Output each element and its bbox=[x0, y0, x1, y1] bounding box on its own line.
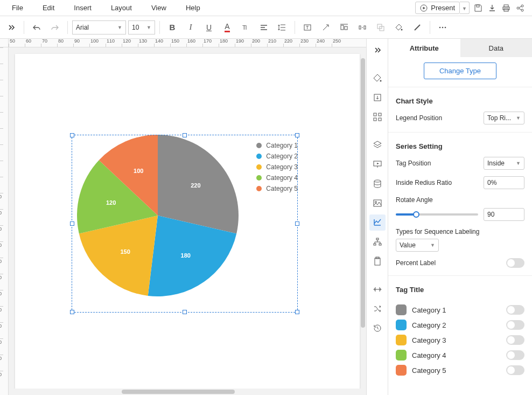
tab-attribute-label: Attribute bbox=[410, 44, 439, 52]
tag-toggle[interactable] bbox=[506, 305, 524, 315]
section-tag-title: Tag Title bbox=[396, 283, 524, 294]
layers-icon[interactable] bbox=[369, 137, 386, 153]
svg-point-20 bbox=[442, 26, 444, 28]
tag-toggle[interactable] bbox=[506, 365, 524, 375]
undo-button[interactable] bbox=[29, 19, 45, 36]
tree-icon[interactable] bbox=[369, 234, 386, 250]
resize-handle[interactable] bbox=[70, 133, 74, 137]
redo-button[interactable] bbox=[47, 19, 63, 36]
page[interactable]: 220180150120100 Category 1Category 2Cate… bbox=[15, 54, 360, 395]
bold-button[interactable]: B bbox=[164, 19, 180, 36]
tag-toggle[interactable] bbox=[506, 350, 524, 360]
tab-data[interactable]: Data bbox=[460, 39, 533, 57]
rotate-angle-input[interactable]: 90 bbox=[484, 208, 524, 221]
svg-point-6 bbox=[517, 7, 519, 9]
resize-handle[interactable] bbox=[183, 310, 187, 314]
font-color-button[interactable]: A bbox=[219, 19, 235, 36]
tag-position-select[interactable]: Inside▼ bbox=[484, 157, 524, 170]
legend-position-select[interactable]: Top Ri...▼ bbox=[484, 112, 524, 124]
svg-rect-34 bbox=[374, 244, 376, 245]
inside-radius-input[interactable]: 0% bbox=[484, 176, 524, 189]
svg-rect-2 bbox=[477, 5, 479, 7]
tag-swatch-icon[interactable] bbox=[396, 320, 407, 330]
tag-toggle[interactable] bbox=[506, 335, 524, 345]
shuffle-icon[interactable] bbox=[369, 301, 386, 317]
selection-box[interactable] bbox=[72, 135, 298, 313]
measure-icon[interactable] bbox=[369, 281, 386, 297]
rotate-angle-value: 90 bbox=[487, 211, 494, 218]
font-select[interactable]: Arial▼ bbox=[72, 20, 126, 34]
present-button[interactable]: Present bbox=[415, 2, 460, 14]
menu-layout[interactable]: Layout bbox=[101, 1, 142, 15]
menu-file[interactable]: File bbox=[2, 1, 33, 15]
resize-handle[interactable] bbox=[70, 310, 74, 314]
print-icon[interactable] bbox=[501, 3, 512, 13]
export-tool-icon[interactable] bbox=[369, 89, 386, 106]
text-case-button[interactable]: T bbox=[237, 19, 254, 36]
textbox-button[interactable]: T bbox=[299, 19, 316, 36]
tag-position-label: Tag Position bbox=[396, 160, 431, 167]
menu-view[interactable]: View bbox=[142, 1, 176, 15]
underline-button[interactable]: U bbox=[201, 19, 217, 36]
more-button[interactable] bbox=[435, 19, 451, 36]
connector-button[interactable] bbox=[318, 19, 334, 36]
svg-rect-26 bbox=[374, 118, 376, 121]
database-icon[interactable] bbox=[369, 176, 386, 192]
italic-button[interactable]: I bbox=[183, 19, 199, 36]
collapse-left-icon[interactable] bbox=[3, 19, 19, 36]
apps-icon[interactable] bbox=[369, 109, 386, 125]
save-icon[interactable] bbox=[473, 3, 484, 13]
rotate-angle-slider[interactable] bbox=[396, 213, 478, 216]
line-spacing-button[interactable] bbox=[274, 19, 290, 36]
resize-handle[interactable] bbox=[183, 133, 187, 137]
horizontal-scrollbar[interactable] bbox=[9, 389, 366, 395]
svg-rect-27 bbox=[379, 118, 381, 121]
menu-insert[interactable]: Insert bbox=[64, 1, 101, 15]
fill-tool-icon[interactable] bbox=[369, 70, 386, 86]
legend-position-label: Legend Position bbox=[396, 114, 442, 122]
resize-handle[interactable] bbox=[295, 221, 299, 226]
align-button[interactable] bbox=[256, 19, 272, 36]
resize-handle[interactable] bbox=[295, 310, 299, 314]
fill-button[interactable] bbox=[391, 19, 407, 36]
chart-icon[interactable] bbox=[369, 214, 386, 231]
tag-swatch-icon[interactable] bbox=[396, 365, 407, 376]
font-size-select[interactable]: 10▼ bbox=[128, 20, 155, 34]
share-icon[interactable] bbox=[515, 3, 526, 13]
svg-point-32 bbox=[375, 202, 376, 203]
tag-swatch-icon[interactable] bbox=[396, 350, 407, 361]
tab-data-label: Data bbox=[489, 44, 503, 52]
legend-position-value: Top Ri... bbox=[487, 114, 511, 122]
present-dropdown[interactable]: ▼ bbox=[460, 2, 470, 14]
section-chart-style: Chart Style bbox=[396, 95, 524, 105]
tag-swatch-icon[interactable] bbox=[396, 335, 407, 345]
tag-toggle[interactable] bbox=[506, 320, 524, 330]
ruler-horizontal: 5060708090100110120130140150160170180190… bbox=[9, 39, 366, 47]
image-icon[interactable] bbox=[369, 195, 386, 211]
menu-help[interactable]: Help bbox=[176, 1, 210, 15]
tag-swatch-icon[interactable] bbox=[396, 304, 407, 315]
stroke-button[interactable] bbox=[409, 19, 425, 36]
vertical-scrollbar[interactable] bbox=[360, 47, 366, 389]
svg-point-7 bbox=[521, 5, 523, 7]
tab-attribute[interactable]: Attribute bbox=[388, 39, 460, 57]
align-objects-button[interactable] bbox=[336, 19, 352, 36]
ruler-vertical: 1020304050607080901001101201301401501601… bbox=[0, 47, 9, 395]
clipboard-icon[interactable] bbox=[369, 253, 386, 269]
play-icon bbox=[420, 4, 428, 12]
percent-label-toggle[interactable] bbox=[506, 258, 524, 268]
types-seq-select[interactable]: Value▼ bbox=[396, 239, 439, 252]
presentation-icon[interactable] bbox=[369, 156, 386, 172]
menu-edit[interactable]: Edit bbox=[33, 1, 64, 15]
tag-title-item: Category 1 bbox=[396, 304, 524, 315]
history-icon[interactable] bbox=[369, 320, 386, 336]
group-button[interactable] bbox=[373, 19, 389, 36]
download-icon[interactable] bbox=[487, 3, 498, 13]
change-type-button[interactable]: Change Type bbox=[424, 63, 496, 79]
svg-point-8 bbox=[521, 9, 523, 11]
resize-handle[interactable] bbox=[70, 221, 74, 226]
present-label: Present bbox=[431, 4, 455, 12]
resize-handle[interactable] bbox=[295, 133, 299, 137]
distribute-button[interactable] bbox=[354, 19, 370, 36]
collapse-panel-icon[interactable] bbox=[369, 42, 386, 58]
